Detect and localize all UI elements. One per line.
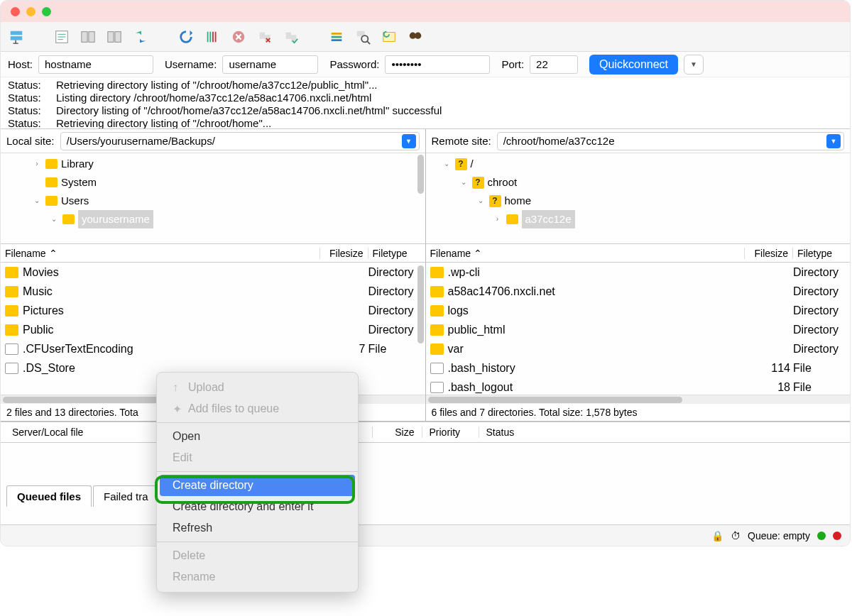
refresh-icon[interactable] bbox=[175, 27, 197, 47]
expand-arrow-icon[interactable]: ⌄ bbox=[442, 155, 452, 173]
queue-col-size[interactable]: Size bbox=[373, 427, 422, 438]
tab-queued-files[interactable]: Queued files bbox=[6, 485, 92, 507]
col-filetype[interactable]: Filetype bbox=[793, 248, 850, 259]
ctx-refresh[interactable]: Refresh bbox=[157, 517, 358, 539]
col-filetype[interactable]: Filetype bbox=[368, 248, 425, 259]
remote-path-input[interactable] bbox=[503, 135, 826, 147]
tree-row[interactable]: ⌄?/ bbox=[430, 155, 846, 173]
message-log[interactable]: Status:Retrieving directory listing of "… bbox=[1, 77, 850, 129]
expand-arrow-icon[interactable]: › bbox=[493, 210, 503, 229]
disconnect-icon[interactable] bbox=[253, 27, 276, 47]
toggle-queue-icon[interactable] bbox=[103, 27, 126, 47]
log-label: Status: bbox=[8, 79, 46, 92]
search-icon[interactable] bbox=[351, 27, 374, 47]
ctx-create-directory-enter[interactable]: Create directory and enter it bbox=[157, 496, 358, 517]
local-tree[interactable]: ›LibrarySystem⌄Users⌄yourusername bbox=[1, 153, 425, 244]
ctx-open[interactable]: Open bbox=[157, 426, 358, 447]
local-tree-scrollbar[interactable] bbox=[417, 155, 424, 194]
file-row[interactable]: .CFUserTextEncoding7File bbox=[1, 339, 425, 358]
file-type: File bbox=[368, 343, 425, 356]
ctx-create-directory[interactable]: Create directory bbox=[160, 475, 355, 496]
queue-col-priority[interactable]: Priority bbox=[422, 427, 479, 438]
col-filename[interactable]: Filename bbox=[430, 248, 471, 259]
app-window: Host: Username: Password: Port: Quickcon… bbox=[0, 0, 851, 546]
file-row[interactable]: a58ac14706.nxcli.netDirectory bbox=[426, 282, 851, 301]
toggle-log-icon[interactable] bbox=[50, 27, 73, 47]
file-row[interactable]: .bash_history114File bbox=[426, 358, 851, 378]
col-filesize[interactable]: Filesize bbox=[320, 248, 368, 259]
minimize-window-button[interactable] bbox=[26, 7, 36, 16]
queue-col-status[interactable]: Status bbox=[479, 427, 846, 438]
file-name: .CFUserTextEncoding bbox=[23, 343, 320, 356]
expand-arrow-icon[interactable]: › bbox=[32, 155, 42, 173]
local-path-dropdown[interactable]: ▼ bbox=[402, 134, 416, 148]
tree-label: / bbox=[471, 155, 474, 173]
username-input[interactable] bbox=[222, 55, 318, 74]
tab-failed-transfers[interactable]: Failed tra bbox=[93, 485, 159, 507]
password-input[interactable] bbox=[385, 55, 490, 74]
svg-line-20 bbox=[367, 41, 370, 44]
compare-icon[interactable] bbox=[378, 27, 400, 47]
maximize-window-button[interactable] bbox=[42, 7, 51, 16]
queue-body[interactable] bbox=[1, 443, 850, 477]
expand-arrow-icon[interactable]: ⌄ bbox=[32, 192, 42, 210]
svg-rect-9 bbox=[115, 31, 121, 42]
main-toolbar bbox=[1, 22, 850, 52]
host-input[interactable] bbox=[38, 55, 153, 74]
file-row[interactable]: .bash_logout18File bbox=[426, 378, 851, 395]
file-row[interactable]: PublicDirectory bbox=[1, 320, 425, 339]
remote-file-list[interactable]: .wp-cliDirectorya58ac14706.nxcli.netDire… bbox=[426, 263, 851, 395]
file-row[interactable]: PicturesDirectory bbox=[1, 301, 425, 320]
filter-icon[interactable] bbox=[325, 27, 348, 47]
file-row[interactable]: logsDirectory bbox=[426, 301, 851, 320]
reconnect-icon[interactable] bbox=[280, 27, 302, 47]
quickconnect-dropdown-button[interactable]: ▼ bbox=[684, 55, 704, 75]
tree-row[interactable]: ⌄Users bbox=[5, 192, 421, 210]
local-list-scrollbar[interactable] bbox=[417, 265, 424, 343]
quickconnect-bar: Host: Username: Password: Port: Quickcon… bbox=[1, 52, 850, 77]
tree-label: System bbox=[61, 173, 97, 192]
tree-row[interactable]: ⌄?home bbox=[430, 192, 846, 210]
col-filesize[interactable]: Filesize bbox=[745, 248, 793, 259]
expand-arrow-icon[interactable]: ⌄ bbox=[476, 192, 486, 210]
cancel-icon[interactable] bbox=[227, 27, 250, 47]
ctx-add-to-queue: ✦Add files to queue bbox=[157, 398, 358, 419]
file-row[interactable]: .wp-cliDirectory bbox=[426, 263, 851, 282]
quickconnect-button[interactable]: Quickconnect bbox=[589, 55, 678, 75]
tree-row[interactable]: ›Library bbox=[5, 155, 421, 173]
expand-arrow-icon[interactable]: ⌄ bbox=[49, 210, 59, 229]
context-menu-separator bbox=[157, 471, 358, 472]
remote-file-header[interactable]: Filename ⌃ Filesize Filetype bbox=[426, 244, 851, 263]
host-label: Host: bbox=[8, 58, 33, 70]
process-queue-icon[interactable] bbox=[201, 27, 224, 47]
col-filename[interactable]: Filename bbox=[5, 248, 46, 259]
port-input[interactable] bbox=[530, 55, 578, 74]
tree-row[interactable]: ⌄yourusername bbox=[5, 210, 421, 229]
tree-row[interactable]: System bbox=[5, 173, 421, 192]
tree-row[interactable]: ⌄?chroot bbox=[430, 173, 846, 192]
remote-hscroll[interactable] bbox=[426, 395, 851, 404]
local-file-header[interactable]: Filename ⌃ Filesize Filetype bbox=[1, 244, 425, 263]
log-label: Status: bbox=[8, 117, 46, 129]
site-manager-icon[interactable] bbox=[5, 27, 28, 47]
lock-icon[interactable]: 🔒 bbox=[711, 530, 723, 541]
file-name: Music bbox=[23, 285, 320, 298]
remote-tree[interactable]: ⌄?/⌄?chroot⌄?home›a37cc12e bbox=[426, 153, 851, 244]
remote-site-label: Remote site: bbox=[432, 135, 491, 147]
queue-header[interactable]: Server/Local file Size Priority Status bbox=[1, 422, 850, 443]
port-label: Port: bbox=[501, 58, 524, 70]
close-window-button[interactable] bbox=[11, 7, 20, 16]
remote-path-dropdown[interactable]: ▼ bbox=[826, 134, 841, 148]
expand-arrow-icon[interactable]: ⌄ bbox=[459, 173, 469, 192]
tree-row[interactable]: ›a37cc12e bbox=[430, 210, 846, 229]
file-row[interactable]: MusicDirectory bbox=[1, 282, 425, 301]
sync-browsing-icon[interactable] bbox=[129, 27, 152, 47]
toggle-tree-icon[interactable] bbox=[77, 27, 99, 47]
file-row[interactable]: MoviesDirectory bbox=[1, 263, 425, 282]
file-row[interactable]: varDirectory bbox=[426, 339, 851, 358]
file-row[interactable]: public_htmlDirectory bbox=[426, 320, 851, 339]
local-path-input[interactable] bbox=[67, 135, 402, 147]
led-indicator-1 bbox=[817, 532, 826, 540]
find-icon[interactable] bbox=[404, 27, 427, 47]
ctx-upload: ↑Upload bbox=[157, 377, 358, 398]
